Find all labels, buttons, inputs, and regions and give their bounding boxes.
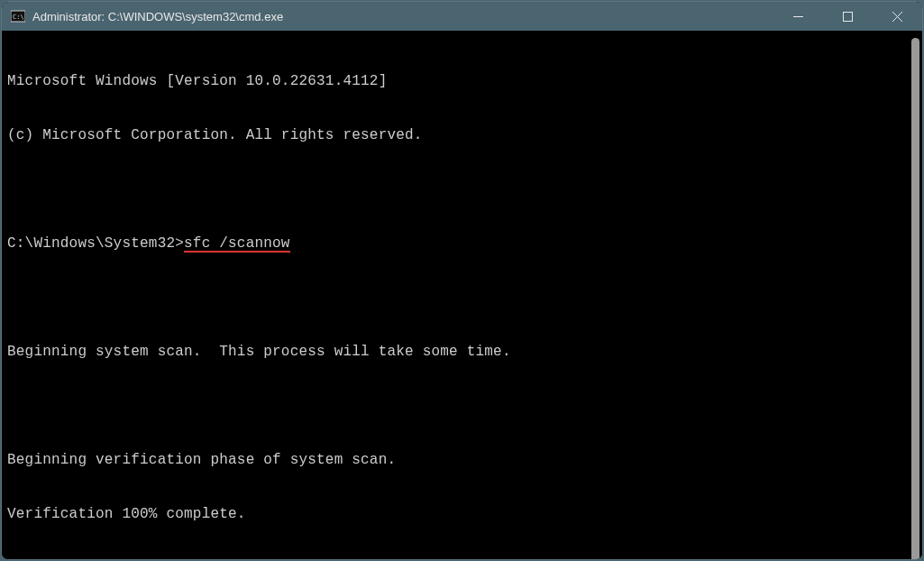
window-frame: C:\ Administrator: C:\WINDOWS\system32\c… [1,1,923,560]
content-area: Microsoft Windows [Version 10.0.22631.41… [2,31,922,560]
output-line: Microsoft Windows [Version 10.0.22631.41… [7,72,917,90]
cmd-icon: C:\ [11,9,25,23]
output-line: Beginning verification phase of system s… [7,451,917,469]
entered-command: sfc /scannow [184,236,290,253]
prompt-line: C:\Windows\System32>sfc /scannow [7,235,917,253]
output-line: Beginning system scan. This process will… [7,343,917,361]
close-button[interactable] [873,2,922,31]
output-line [7,397,917,415]
output-line [7,559,917,560]
minimize-button[interactable] [773,2,823,31]
output-line: (c) Microsoft Corporation. All rights re… [7,126,917,144]
output-line [7,180,917,198]
output-line [7,289,917,307]
scrollbar-thumb[interactable] [911,38,919,560]
svg-rect-2 [793,16,803,17]
maximize-button[interactable] [823,2,873,31]
titlebar[interactable]: C:\ Administrator: C:\WINDOWS\system32\c… [2,2,922,31]
window-controls [773,2,922,31]
prompt-path: C:\Windows\System32> [7,235,184,252]
scrollbar-track[interactable] [911,38,919,560]
svg-rect-3 [844,12,853,21]
output-line: Verification 100% complete. [7,505,917,523]
terminal-output[interactable]: Microsoft Windows [Version 10.0.22631.41… [2,31,922,560]
svg-text:C:\: C:\ [13,14,24,21]
window-title: Administrator: C:\WINDOWS\system32\cmd.e… [32,10,773,23]
